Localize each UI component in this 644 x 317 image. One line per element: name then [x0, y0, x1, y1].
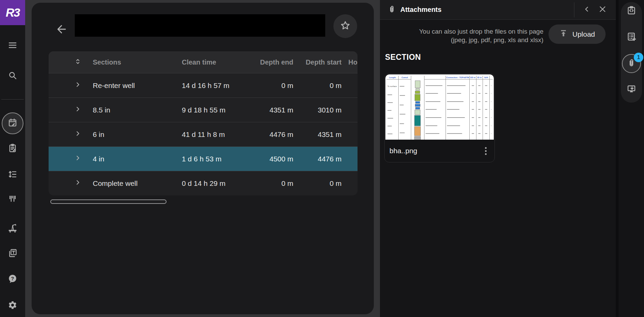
sidebar-item-help[interactable]: ?	[5, 272, 20, 287]
attachment-card[interactable]: Length To surface Cumul Connection - TOP…	[384, 73, 495, 162]
sidebar-item-activities[interactable]	[5, 168, 20, 182]
calendar-edit-icon	[8, 118, 17, 129]
toolbar-item-add-form[interactable]	[624, 30, 639, 45]
drop-hint-line2: (jpeg, jpg, pdf, png, xls and xlsx)	[380, 36, 543, 44]
table-row[interactable]: 6 in 41 d 11 h 8 m 4476 m 4351 m	[49, 122, 358, 146]
toolbar-item-daily-code[interactable]	[624, 4, 639, 19]
chevron-left-icon	[582, 5, 591, 15]
upload-button[interactable]: Upload	[549, 24, 606, 44]
upload-label: Upload	[572, 30, 595, 38]
panel-edge-divider	[616, 0, 619, 317]
kebab-menu-button[interactable]	[479, 144, 492, 158]
cell-depth-start: 4476 m	[293, 155, 342, 163]
header-divider	[574, 2, 574, 17]
menu-button[interactable]	[5, 38, 20, 53]
thumb-col-header: Connection - TOPxBTM	[446, 76, 469, 80]
table-row[interactable]: Complete well 0 d 14 h 29 m 0 m 0 m	[49, 171, 358, 195]
cell-depth-start: 0 m	[293, 82, 342, 90]
upload-area: You can also just drop the files on this…	[380, 20, 616, 44]
attachment-count-badge: 1	[634, 53, 643, 62]
clipboard-edit-icon	[8, 143, 17, 154]
cell-clean-time: 9 d 18 h 55 m	[170, 106, 245, 114]
app-window: R3	[0, 0, 644, 317]
chevron-right-icon[interactable]	[74, 129, 82, 139]
logo-text: R3	[6, 6, 20, 19]
cell-clean-time: 41 d 11 h 8 m	[170, 130, 245, 139]
cell-depth-start: 4351 m	[293, 130, 342, 139]
thumb-col-header: ID in	[476, 76, 483, 80]
template-copy-icon	[8, 248, 17, 259]
paperclip-icon	[387, 5, 396, 15]
clipboard-add-icon	[626, 32, 637, 43]
thumb-col-header: Cumul	[399, 76, 411, 80]
cell-depth-end: 4351 m	[245, 106, 293, 114]
cell-clean-time: 1 d 6 h 53 m	[170, 155, 245, 163]
right-toolbar: 1	[619, 0, 644, 317]
chevron-right-icon[interactable]	[74, 178, 82, 188]
table-row[interactable]: 8.5 in 9 d 18 h 55 m 4351 m 3010 m	[49, 98, 358, 122]
cell-section: 6 in	[88, 130, 170, 139]
col-header-sections: Sections	[88, 58, 170, 66]
upload-icon	[559, 29, 568, 39]
help-icon: ?	[8, 274, 17, 285]
sidebar-item-templates[interactable]	[5, 246, 20, 261]
panel-close-button[interactable]	[595, 2, 610, 18]
cell-depth-end: 4476 m	[245, 130, 293, 139]
drop-hint-text: You can also just drop the files on this…	[380, 24, 543, 44]
cell-section: Re-enter well	[88, 82, 170, 90]
attachment-thumbnail[interactable]: Length To surface Cumul Connection - TOP…	[385, 74, 494, 140]
col-header-depth-end: Depth end	[245, 58, 293, 66]
thumb-cell-text: To surface	[386, 80, 398, 140]
sidebar-item-report[interactable]	[5, 141, 20, 156]
thumb-col-header: Length	[386, 76, 398, 80]
star-icon	[340, 20, 351, 32]
drop-hint-line1: You can also just drop the files on this…	[380, 27, 543, 36]
horizontal-scrollbar-thumb[interactable]	[50, 199, 167, 204]
favorite-button[interactable]	[333, 14, 357, 38]
table-row-selected[interactable]: 4 in 1 d 6 h 53 m 4500 m 4476 m	[49, 146, 358, 171]
chevron-right-icon[interactable]	[74, 154, 82, 164]
cell-clean-time: 14 d 16 h 57 m	[170, 82, 245, 90]
back-button[interactable]	[54, 22, 69, 37]
line-spacing-icon	[8, 170, 17, 180]
panel-collapse-button[interactable]	[579, 2, 595, 18]
cell-depth-end: 0 m	[245, 179, 293, 188]
sort-icon	[74, 57, 82, 67]
search-icon	[8, 71, 17, 82]
main-content-card: Sections Clean time Depth end Depth star…	[32, 3, 374, 314]
sidebar-item-plan-active[interactable]	[2, 112, 23, 134]
sidebar-item-pipes[interactable]	[5, 192, 20, 207]
bha-schematic	[411, 80, 424, 140]
search-button[interactable]	[5, 69, 20, 84]
sort-button[interactable]	[49, 57, 88, 67]
chevron-right-icon[interactable]	[74, 105, 82, 115]
app-logo[interactable]: R3	[0, 0, 25, 25]
thumb-col-header: OD in	[470, 76, 476, 80]
attachment-label-row: bha..png	[385, 140, 494, 162]
monitor-download-icon	[626, 84, 637, 95]
svg-text:?: ?	[11, 276, 14, 281]
gear-icon	[8, 300, 17, 311]
close-icon	[598, 5, 607, 15]
cell-clean-time: 0 d 14 h 29 m	[170, 179, 245, 188]
table-header-row: Sections Clean time Depth end Depth star…	[49, 51, 358, 73]
back-arrow-icon	[56, 23, 67, 36]
col-header-depth-start: Depth start	[293, 58, 342, 66]
col-header-hole: Ho	[342, 58, 358, 66]
cell-section: Complete well	[88, 179, 170, 188]
sidebar-item-settings[interactable]	[5, 298, 20, 313]
attachments-panel-header: Attachments	[380, 0, 616, 20]
thumb-col-header: lb/ft	[483, 76, 489, 80]
table-row[interactable]: Re-enter well 14 d 16 h 57 m 0 m 0 m	[49, 73, 358, 98]
redacted-title-bar	[75, 14, 325, 37]
cell-depth-start: 3010 m	[293, 106, 342, 114]
left-sidebar: R3	[0, 0, 25, 317]
cell-section: 8.5 in	[88, 106, 170, 114]
attachments-panel: Attachments You can also just drop the f…	[380, 0, 616, 317]
toolbar-item-import[interactable]	[624, 82, 639, 97]
cell-section: 4 in	[88, 155, 170, 163]
sidebar-item-rig[interactable]	[5, 221, 20, 236]
col-header-clean-time: Clean time	[170, 58, 245, 66]
chevron-right-icon[interactable]	[74, 81, 82, 90]
panel-title: Attachments	[400, 6, 441, 14]
